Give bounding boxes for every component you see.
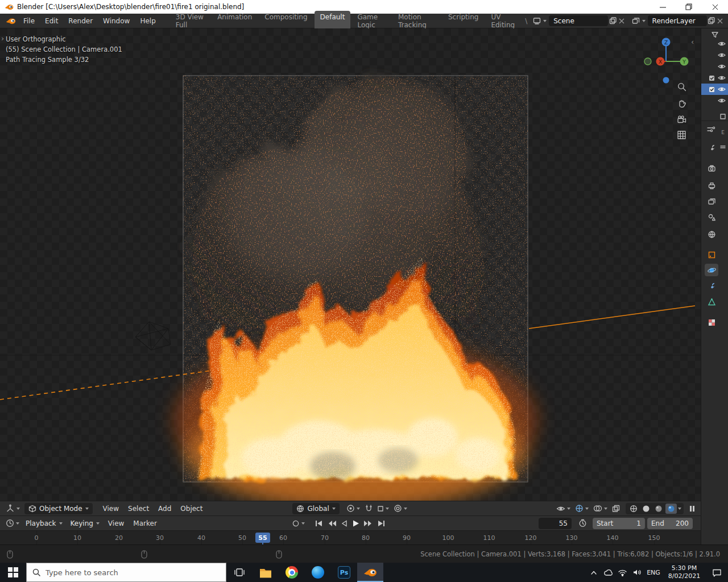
outliner-row[interactable]	[701, 95, 728, 106]
restore-button[interactable]	[676, 0, 702, 14]
auto-keying-button[interactable]	[289, 519, 307, 527]
network-icon[interactable]	[615, 563, 630, 582]
use-preview-range-toggle[interactable]	[576, 519, 589, 527]
menu-window[interactable]: Window	[98, 15, 135, 27]
tab-object-properties[interactable]	[705, 248, 718, 261]
viewport-menu-add[interactable]: Add	[154, 505, 176, 513]
timeline-menu-view[interactable]: View	[104, 519, 129, 527]
play-button[interactable]	[351, 519, 360, 527]
transform-orientation-dropdown[interactable]: Global	[292, 503, 339, 514]
menu-file[interactable]: File	[18, 15, 40, 27]
tab-output-properties[interactable]	[705, 179, 718, 192]
viewport-menu-view[interactable]: View	[98, 505, 123, 513]
xray-toggle[interactable]	[610, 505, 622, 513]
checkbox-icon[interactable]	[709, 75, 715, 81]
zoom-tool-icon[interactable]	[677, 82, 687, 92]
next-keyframe-button[interactable]	[363, 519, 373, 527]
overlays-dropdown[interactable]	[591, 505, 610, 512]
3d-viewport[interactable]: › User Orthographic (55) Scene Collectio…	[0, 28, 701, 501]
properties-filter-dropdown[interactable]	[705, 123, 718, 136]
collapsed-panel-icon[interactable]	[720, 114, 726, 119]
language-indicator[interactable]: ENG	[644, 563, 663, 582]
new-scene-button[interactable]	[608, 15, 617, 26]
play-reverse-button[interactable]	[340, 519, 348, 527]
editor-type-button[interactable]	[3, 504, 22, 513]
timeline-ruler[interactable]: 0 10 20 30 40 50 60 70 80 90 100 110 120…	[0, 530, 701, 544]
search-input[interactable]	[46, 568, 199, 577]
timeline-playhead[interactable]: 55	[255, 533, 270, 543]
snap-settings-dropdown[interactable]	[375, 505, 391, 512]
tab-texture-properties[interactable]	[705, 316, 718, 329]
sidebar-collapse-arrow[interactable]: ‹	[691, 38, 694, 46]
close-button[interactable]	[702, 0, 728, 14]
pivot-point-dropdown[interactable]	[344, 504, 362, 513]
scene-name-field[interactable]: Scene	[549, 15, 608, 26]
tab-view-layer-properties[interactable]	[705, 195, 718, 207]
tab-tool-properties[interactable]	[705, 142, 718, 154]
clock[interactable]: 5:30 PM 8/02/2021	[663, 563, 705, 582]
jump-to-start-button[interactable]	[314, 519, 324, 527]
shading-rendered-button[interactable]	[665, 504, 677, 514]
start-button[interactable]	[0, 563, 26, 582]
tab-world-properties[interactable]	[705, 228, 718, 240]
viewport-menu-object[interactable]: Object	[176, 505, 207, 513]
onedrive-cloud-icon[interactable]	[601, 563, 615, 582]
photoshop-icon[interactable]: Ps	[331, 563, 357, 582]
tab-physics-properties[interactable]	[705, 264, 718, 276]
gizmos-dropdown[interactable]	[573, 504, 591, 513]
tab-data-properties[interactable]	[705, 296, 718, 308]
unlink-scene-button[interactable]	[617, 15, 626, 26]
menu-render[interactable]: Render	[63, 15, 98, 27]
remove-view-layer-button[interactable]	[715, 15, 725, 26]
shading-solid-button[interactable]	[640, 504, 652, 514]
tab-modifier-properties[interactable]	[705, 280, 718, 292]
shading-wireframe-button[interactable]	[628, 504, 639, 514]
mode-dropdown[interactable]: Object Mode	[24, 503, 93, 514]
snap-magnet-toggle[interactable]	[362, 504, 375, 513]
frame-end-field[interactable]: End200	[647, 518, 693, 529]
navigation-gizmo[interactable]: Z X Y	[642, 33, 694, 85]
new-view-layer-button[interactable]	[707, 15, 716, 26]
grid-toggle-icon[interactable]	[677, 130, 686, 140]
viewport-menu-select[interactable]: Select	[123, 505, 154, 513]
gizmo-neg-y-ball[interactable]	[644, 58, 651, 65]
blender-logo-icon[interactable]	[6, 17, 16, 24]
taskbar-search[interactable]	[26, 563, 226, 582]
checkbox-icon[interactable]	[709, 86, 715, 93]
gizmo-neg-z-ball[interactable]	[663, 77, 669, 84]
blue-app-icon[interactable]	[305, 563, 331, 582]
outliner-row[interactable]	[701, 72, 728, 84]
outliner-filter-icon[interactable]	[701, 28, 728, 38]
tab-scene-properties[interactable]	[705, 211, 718, 223]
menu-edit[interactable]: Edit	[40, 15, 63, 27]
tray-chevron-icon[interactable]	[586, 563, 601, 582]
chrome-icon[interactable]	[279, 563, 305, 582]
shading-dropdown-chevron[interactable]	[678, 508, 681, 510]
jump-to-end-button[interactable]	[377, 519, 386, 527]
outliner-row[interactable]	[701, 61, 728, 72]
shading-material-button[interactable]	[653, 504, 664, 514]
viewport-render[interactable]	[0, 28, 701, 501]
camera-view-icon[interactable]	[676, 115, 687, 124]
frame-start-field[interactable]: Start1	[593, 518, 645, 529]
timeline-menu-marker[interactable]: Marker	[129, 519, 161, 527]
collapsed-panel-grip-icon[interactable]	[720, 146, 726, 149]
playback-dropdown[interactable]: Playback	[22, 518, 67, 529]
outliner-row[interactable]	[701, 38, 728, 49]
file-explorer-icon[interactable]	[253, 563, 279, 582]
render-pause-button[interactable]	[687, 505, 697, 512]
eye-icon[interactable]	[718, 98, 726, 103]
timeline-editor-type-button[interactable]	[3, 519, 22, 527]
pan-hand-icon[interactable]	[677, 98, 687, 109]
action-center-icon[interactable]	[705, 563, 728, 582]
browse-view-layer-button[interactable]	[630, 17, 648, 24]
outliner-row-selected[interactable]	[701, 84, 728, 95]
prev-keyframe-button[interactable]	[327, 519, 337, 527]
render-layer-field[interactable]: RenderLayer	[648, 15, 707, 26]
minimize-button[interactable]	[650, 0, 676, 14]
blender-taskbar-icon[interactable]	[357, 563, 383, 582]
proportional-editing-dropdown[interactable]	[391, 504, 410, 513]
outliner-row[interactable]	[701, 49, 728, 61]
eye-icon[interactable]	[718, 75, 726, 81]
object-visibility-dropdown[interactable]	[554, 505, 573, 512]
